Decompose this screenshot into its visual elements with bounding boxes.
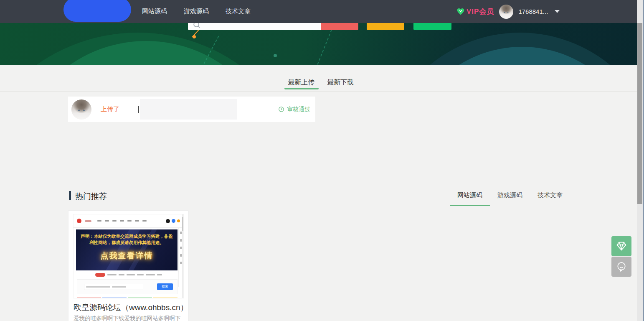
vip-membership-link[interactable]: VIP会员: [456, 7, 494, 16]
tab-latest-uploads[interactable]: 最新上传: [282, 78, 320, 87]
chevron-down-icon[interactable]: [555, 10, 560, 13]
tab-latest-downloads[interactable]: 最新下载: [326, 78, 355, 87]
card-title[interactable]: 欧皇源码论坛（www.ohbbs.cn）: [74, 302, 185, 313]
site-logo[interactable]: [63, 0, 131, 22]
navbar-right: VIP会员 1768841...: [456, 0, 560, 23]
section-title-bar: [69, 191, 71, 200]
nav-item-game-source[interactable]: 游戏源码: [184, 8, 209, 15]
vip-heart-icon: [456, 8, 465, 16]
review-status-badge: 审核通过: [278, 106, 310, 113]
thumb-breadcrumb-row: [74, 273, 183, 277]
upload-feed-item[interactable]: 上传了 审核通过: [68, 97, 315, 122]
upload-action-label: 上传了: [101, 105, 119, 113]
card-thumbnail[interactable]: 声明：本站仅为欧皇交流群成员学习搭建，非盈 利性网站，群成员请勿用作其他用途。 …: [73, 214, 184, 298]
thumb-icon: [172, 219, 175, 223]
thumb-nav-icons: [166, 219, 180, 223]
thumb-announcement-banner: 声明：本站仅为欧皇交流群成员学习搭建，非盈 利性网站，群成员请勿用作其他用途。 …: [76, 229, 177, 270]
card-description: 爱我的哇多啊啊下线爱我的哇网站多啊啊下线: [74, 315, 185, 321]
dashed-line-decoration: [317, 25, 333, 64]
top-navbar: 网站源码 游戏源码 技术文章 VIP会员 1768841...: [0, 0, 637, 23]
thumb-menu-items: [97, 220, 147, 222]
thumb-logo-text: [85, 220, 91, 222]
scrollbar-thumb[interactable]: [637, 23, 642, 204]
nav-links: 网站源码 游戏源码 技术文章: [142, 0, 251, 23]
thumb-search-panel: 搜索: [77, 279, 177, 294]
diamond-icon: [616, 240, 627, 252]
nav-item-tech-articles[interactable]: 技术文章: [226, 8, 251, 15]
thumb-icon: [177, 219, 180, 222]
banner-cta-text: 点我查看详情: [76, 250, 177, 261]
hot-recommend-title: 热门推荐: [75, 191, 107, 202]
uploader-avatar[interactable]: [71, 99, 91, 120]
thumb-mini-navbar: [74, 214, 183, 228]
thumb-red-badge: [95, 273, 105, 277]
active-tab-underline: [284, 88, 319, 89]
chat-icon: [616, 261, 627, 273]
floating-vip-button[interactable]: [611, 236, 631, 256]
section-divider: [69, 205, 570, 205]
thumb-search-input: [84, 284, 143, 290]
hot-tab-game-source[interactable]: 游戏源码: [490, 191, 530, 206]
redacted-text-fragment: [138, 106, 139, 113]
vip-label: VIP会员: [467, 7, 494, 16]
banner-statement-line1: 声明：本站仅为欧皇交流群成员学习搭建，非盈: [76, 229, 177, 239]
dot-decoration: [274, 54, 277, 57]
hot-tab-website-source[interactable]: 网站源码: [450, 191, 490, 206]
floating-chat-button[interactable]: [611, 257, 631, 277]
hot-category-tabs: 网站源码 游戏源码 技术文章: [450, 191, 570, 206]
thumb-logo-icon: [77, 219, 81, 223]
thumb-category-bars: [77, 298, 177, 298]
hot-tab-tech-articles[interactable]: 技术文章: [530, 191, 570, 206]
thumb-avatar-icon: [166, 219, 170, 223]
clock-icon: [278, 106, 284, 112]
thumb-search-button: 搜索: [157, 283, 173, 290]
username: 1768841...: [518, 8, 548, 15]
nav-item-website-source[interactable]: 网站源码: [142, 8, 167, 15]
redacted-title-box: [140, 99, 237, 120]
banner-statement-line2: 利性网站，群成员请勿用作其他用途。: [76, 239, 177, 246]
browser-scrollbar[interactable]: [637, 0, 644, 321]
recommend-card[interactable]: 声明：本站仅为欧皇交流群成员学习搭建，非盈 利性网站，群成员请勿用作其他用途。 …: [68, 210, 189, 321]
user-avatar[interactable]: [499, 5, 513, 19]
dot-decoration: [193, 35, 196, 38]
review-status-label: 审核通过: [287, 106, 310, 113]
thumb-scrollbar: [182, 214, 183, 298]
